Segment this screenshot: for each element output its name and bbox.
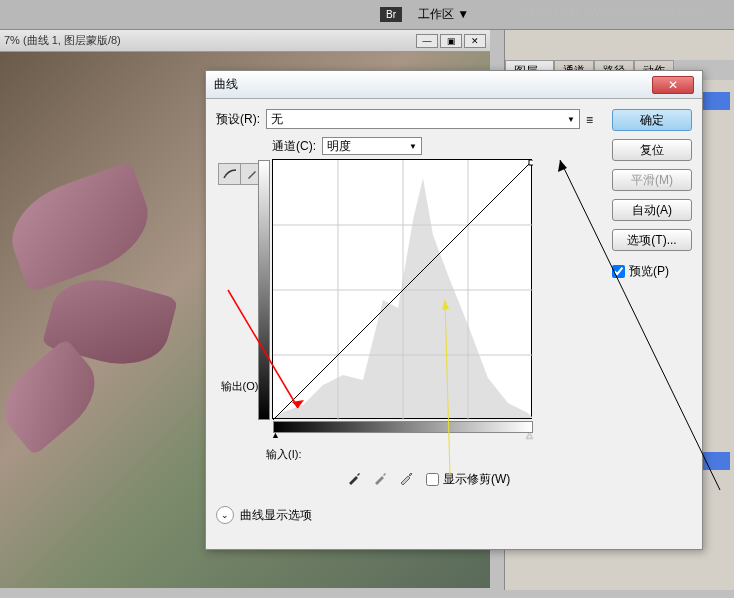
- white-slider[interactable]: △: [526, 430, 533, 440]
- dialog-close-button[interactable]: ✕: [652, 76, 694, 94]
- black-eyedropper[interactable]: [346, 470, 364, 488]
- document-titlebar[interactable]: 7% (曲线 1, 图层蒙版/8) — ▣ ✕: [0, 30, 490, 52]
- close-button[interactable]: ✕: [464, 34, 486, 48]
- maximize-button[interactable]: ▣: [440, 34, 462, 48]
- workspace-dropdown[interactable]: 工作区 ▼: [410, 4, 477, 25]
- expand-options-button[interactable]: ⌄: [216, 506, 234, 524]
- smooth-button[interactable]: 平滑(M): [612, 169, 692, 191]
- chevron-down-icon: ▼: [567, 115, 575, 124]
- chevron-down-icon: ▼: [409, 142, 417, 151]
- output-label: 输出(O):: [221, 379, 262, 394]
- curve-point-tool[interactable]: [219, 164, 241, 184]
- preset-dropdown[interactable]: 无▼: [266, 109, 580, 129]
- preset-menu-icon[interactable]: ≡: [586, 113, 602, 125]
- input-gradient: [273, 421, 533, 433]
- auto-button[interactable]: 自动(A): [612, 199, 692, 221]
- white-eyedropper[interactable]: [398, 470, 416, 488]
- gray-eyedropper[interactable]: [372, 470, 390, 488]
- histogram: [273, 160, 533, 420]
- app-toolbar: Br 工作区 ▼ 思缘设计论坛 WWW.MISSYUAN.COM: [0, 0, 734, 30]
- channel-label: 通道(C):: [272, 138, 316, 155]
- options-button[interactable]: 选项(T)...: [612, 229, 692, 251]
- cancel-button[interactable]: 复位: [612, 139, 692, 161]
- black-slider[interactable]: ▲: [271, 430, 280, 440]
- input-label: 输入(I):: [266, 447, 602, 462]
- output-gradient: [258, 160, 270, 420]
- preset-label: 预设(R):: [216, 111, 260, 128]
- ok-button[interactable]: 确定: [612, 109, 692, 131]
- dialog-titlebar[interactable]: 曲线 ✕: [206, 71, 702, 99]
- dialog-title: 曲线: [214, 76, 652, 93]
- minimize-button[interactable]: —: [416, 34, 438, 48]
- watermark-text: 思缘设计论坛 WWW.MISSYUAN.COM: [515, 6, 704, 21]
- channel-dropdown[interactable]: 明度▼: [322, 137, 422, 155]
- document-title: 7% (曲线 1, 图层蒙版/8): [4, 33, 416, 48]
- preview-input[interactable]: [612, 265, 625, 278]
- curve-options-label: 曲线显示选项: [240, 507, 312, 524]
- show-clipping-input[interactable]: [426, 473, 439, 486]
- curve-canvas[interactable]: ▲ △: [272, 159, 532, 419]
- svg-rect-7: [529, 160, 533, 165]
- curves-dialog: 曲线 ✕ 预设(R): 无▼ ≡ 输出(O):: [205, 70, 703, 550]
- bridge-badge[interactable]: Br: [380, 7, 402, 22]
- preview-checkbox[interactable]: 预览(P): [612, 263, 692, 280]
- show-clipping-checkbox[interactable]: 显示修剪(W): [426, 471, 510, 488]
